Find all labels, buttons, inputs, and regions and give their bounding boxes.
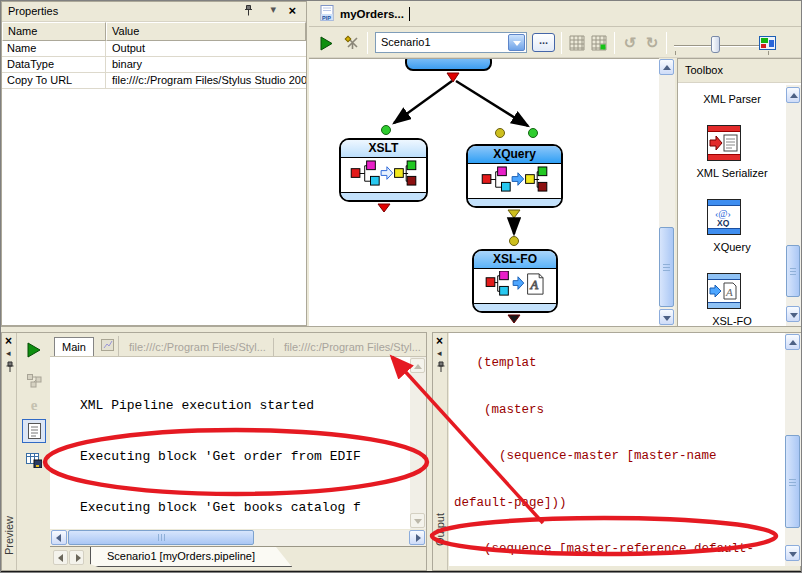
zoom-slider[interactable] [674, 34, 770, 54]
column-header-name[interactable]: Name [2, 22, 106, 41]
browse-scenarios-button[interactable]: ... [532, 33, 555, 52]
property-value[interactable]: binary [106, 57, 306, 72]
pin-icon[interactable] [243, 4, 254, 19]
scroll-up-button[interactable] [659, 59, 674, 75]
pipeline-mini-diagram [468, 164, 561, 195]
zoom-slider-tick [675, 51, 676, 55]
snap-to-grid-icon[interactable] [589, 33, 609, 53]
run-preview-button[interactable] [23, 339, 45, 361]
toolbox-vscrollbar[interactable] [786, 85, 801, 326]
node-footer [468, 198, 561, 206]
pipeline-view-icon[interactable] [23, 371, 45, 391]
properties-table-header: Name Value [2, 22, 306, 41]
toolbox-item-xquery[interactable]: XQuery [672, 241, 792, 253]
scroll-up-button[interactable] [410, 358, 425, 373]
svg-text:XQ: XQ [717, 218, 730, 227]
toolbar-separator [561, 32, 562, 54]
node-title: XSL-FO [474, 251, 556, 269]
pin-icon[interactable] [436, 361, 446, 375]
scenario-combobox[interactable]: Scenario1 [375, 32, 527, 53]
scroll-thumb[interactable] [785, 435, 800, 528]
console-vscrollbar[interactable] [410, 357, 426, 529]
console-output: XML Pipeline execution started Executing… [50, 357, 410, 529]
browser-preview-icon[interactable]: e [23, 395, 45, 415]
scroll-thumb[interactable] [68, 530, 254, 545]
pipeline-mini-diagram [341, 158, 426, 189]
output-port-triangle-dark [508, 315, 520, 323]
input-port-yellow [510, 237, 519, 246]
property-row[interactable]: Copy To URL file:///c:/Program Files/Sty… [2, 73, 306, 89]
output-vscrollbar[interactable] [785, 333, 801, 566]
xquery-icon[interactable]: ‹@› XQ [707, 199, 741, 235]
export-result-icon[interactable] [23, 449, 45, 471]
output-port-triangle-yellow [508, 210, 520, 218]
redo-icon[interactable]: ↻ [641, 32, 663, 54]
tab-main[interactable]: Main [54, 337, 94, 357]
scroll-left-button[interactable] [51, 530, 67, 545]
scroll-down-button[interactable] [785, 545, 800, 561]
console-hscrollbar[interactable] [50, 530, 426, 546]
collapse-left-icon[interactable]: ◂ [6, 348, 11, 358]
close-icon[interactable]: × [436, 334, 443, 348]
show-grid-icon[interactable] [567, 33, 587, 53]
column-header-value[interactable]: Value [106, 22, 306, 41]
output-line: (sequence [master-reference default- [454, 542, 785, 558]
scenario-toolbar: Scenario1 ... ↺ ↻ [309, 28, 802, 58]
input-port-yellow [496, 129, 505, 138]
output-side-label[interactable]: Output [434, 500, 447, 560]
scroll-down-button[interactable] [410, 513, 425, 528]
close-icon[interactable]: × [288, 3, 296, 18]
preview-side-label[interactable]: Preview [3, 506, 16, 566]
xsl-fo-icon[interactable]: A [707, 273, 741, 309]
scroll-down-button[interactable] [786, 306, 800, 322]
tab-scroll-left[interactable] [53, 550, 68, 565]
pipeline-canvas[interactable]: XSLT XQuery [309, 58, 659, 326]
scroll-thumb[interactable] [786, 245, 800, 297]
scenario-wizard-icon[interactable] [342, 33, 362, 53]
scroll-right-button[interactable] [409, 530, 425, 545]
scenario-tab-bar: Scenario1 [myOrders.pipeline] [50, 546, 426, 570]
combobox-dropdown-button[interactable] [508, 34, 525, 51]
tab-file-2[interactable]: file:///c:/Program Files/Styl... [277, 338, 426, 357]
scroll-up-button[interactable] [785, 334, 800, 350]
node-title: XSLT [341, 140, 426, 158]
output-line: default-page])) [454, 496, 785, 512]
tab-file-1[interactable]: file:///c:/Program Files/Styl... [122, 338, 274, 357]
text-view-icon[interactable] [22, 419, 46, 443]
toolbox-titlebar[interactable]: Toolbox [678, 59, 802, 83]
pipeline-node-xslt[interactable]: XSLT [339, 138, 428, 202]
toolbox-item-xml-serializer[interactable]: XML Serializer [672, 167, 792, 179]
canvas-vscrollbar[interactable] [659, 59, 675, 326]
properties-titlebar[interactable]: Properties ▾ × [2, 2, 306, 22]
tab-scroll-right[interactable] [69, 550, 84, 565]
property-name: DataType [2, 57, 106, 72]
toolbar-separator [614, 32, 615, 54]
xml-serializer-icon[interactable] [707, 125, 741, 161]
browse-scenarios-label: ... [539, 34, 548, 46]
property-value[interactable]: file:///c:/Program Files/Stylus Studio 2… [106, 73, 306, 88]
run-button[interactable] [316, 33, 336, 53]
pipeline-node-xquery[interactable]: XQuery [466, 144, 563, 208]
pin-icon[interactable] [5, 361, 15, 375]
property-row[interactable]: Name Output [2, 41, 306, 57]
collapse-left-icon[interactable]: ◂ [437, 348, 442, 358]
svg-text:A: A [725, 286, 733, 298]
property-row[interactable]: DataType binary [2, 57, 306, 73]
zoom-slider-thumb[interactable] [711, 36, 720, 53]
scroll-up-button[interactable] [786, 87, 800, 103]
preview-panel: × ◂ Preview e [1, 332, 427, 571]
toolbox-item-xml-parser[interactable]: XML Parser [680, 93, 784, 105]
scroll-thumb[interactable] [659, 227, 674, 307]
chevron-down-icon[interactable]: ▾ [270, 3, 276, 16]
document-tab-myorders[interactable]: PIP myOrders... [316, 3, 414, 25]
close-icon[interactable]: × [5, 334, 12, 348]
tab-report-icon[interactable] [97, 336, 119, 356]
property-value[interactable]: Output [106, 41, 306, 56]
output-panel: × ◂ Output (templat (masters (sequence-m… [432, 332, 801, 571]
pipeline-node-xslfo[interactable]: XSL-FO A [472, 249, 558, 313]
undo-icon[interactable]: ↺ [619, 32, 641, 54]
console-line: XML Pipeline execution started [80, 397, 410, 414]
scenario-bottom-tab[interactable]: Scenario1 [myOrders.pipeline] [90, 547, 292, 567]
document-tab-label: myOrders... [340, 8, 404, 20]
block-properties-icon[interactable] [757, 33, 777, 53]
